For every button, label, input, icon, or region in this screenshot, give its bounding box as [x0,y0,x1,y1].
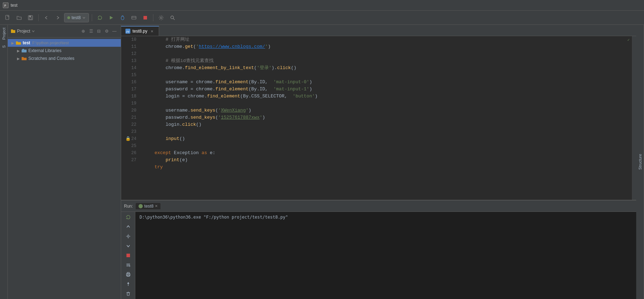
code-line-25 [141,142,627,150]
ext-libs-icon [21,49,27,53]
run-output: D:\python36\python36.exe "F:/python proj… [135,212,636,299]
title-bar: P test [0,0,644,11]
run-rerun-btn[interactable] [123,213,133,221]
code-line-17: password = chrome.find_element(By.ID, 'm… [141,86,627,93]
rerun-btn[interactable] [95,13,105,23]
line-num-27: 27 [121,157,141,164]
app-icon: P [3,2,9,8]
tab-close-btn[interactable]: ✕ [149,29,154,34]
run-sidebar [121,212,135,299]
sidebar-expand-btn[interactable]: ⊟ [95,28,102,35]
run-clear-btn[interactable] [123,289,133,298]
svg-rect-26 [127,275,129,276]
run-config[interactable]: test8 [64,13,89,22]
sidebar-title-label: Project [11,29,35,34]
svg-point-7 [121,16,124,20]
svg-rect-5 [29,18,32,19]
arrow-icon: ▶ [11,41,15,45]
run-up-btn[interactable] [123,223,133,231]
code-line-27: print(e) [141,157,627,164]
vertical-scrollbar[interactable] [632,36,636,200]
code-line-12 [141,50,627,57]
back-btn[interactable] [41,13,51,23]
line-num-24: 🔒24 [121,135,141,142]
folder-icon [16,41,21,45]
code-line-13: # 根据id查找元素查找 [141,57,627,64]
svg-rect-29 [127,293,129,295]
s-label[interactable]: S [2,43,6,51]
run-print-btn[interactable] [123,270,133,278]
sidebar-close-btn[interactable]: — [111,28,118,35]
sidebar-settings-btn[interactable]: ⚙ [103,28,110,35]
run-btn[interactable] [106,13,116,23]
run-config-indicator [67,16,70,19]
sidebar-header: Project ⊕ ☰ ⊟ ⚙ — [8,25,121,38]
tree-item-scratches[interactable]: ▶ Scratches and Consoles [8,55,121,62]
sidebar-collapse-btn[interactable]: ☰ [87,28,95,35]
line-num-26: 26 [121,150,141,157]
run-settings-btn[interactable] [123,232,133,241]
run-dump-btn[interactable] [123,261,133,269]
arrow-icon-ext: ▶ [16,49,21,53]
save-btn[interactable] [26,13,35,23]
open-btn[interactable] [14,13,24,23]
scratches-label: Scratches and Consoles [28,56,74,61]
tree-item-root[interactable]: ▶ test F:\python project\test [8,39,121,47]
code-line-28: try [141,164,627,171]
svg-line-15 [173,18,175,20]
main-area: Project S Project ⊕ ☰ ⊟ ⚙ — ▶ [0,25,644,299]
svg-rect-17 [22,49,24,50]
code-line-16: username = chrome.find_element(By.ID, 'm… [141,79,627,86]
svg-rect-12 [143,16,147,19]
code-line-23 [141,128,627,135]
tab-test8-py[interactable]: py test8.py ✕ [121,26,159,36]
run-pin-btn[interactable] [123,280,133,288]
line-num-18: 18 [121,93,141,100]
run-stop-btn[interactable] [123,252,133,260]
run-label: Run: [124,204,133,209]
code-editor: 10 11 12 13 14 15 16 17 18 19 20 21 22 2… [121,36,636,200]
left-panel-strip: Project S [0,25,8,299]
svg-rect-4 [29,16,31,17]
right-gutter: ✓ [627,36,632,200]
project-label[interactable]: Project [2,25,6,43]
line-num-14: 14 [121,64,141,72]
svg-point-19 [127,236,129,237]
line-num-16: 16 [121,79,141,86]
run-config-label: test8 [72,15,81,20]
line-num-22: 22 [121,121,141,128]
tab-label: test8.py [132,29,147,34]
line-num-11: 11 [121,43,141,50]
line-num-20: 20 [121,107,141,114]
run-command: D:\python36\python36.exe "F:/python proj… [140,215,288,220]
tree-item-ext-libs[interactable]: ▶ External Libraries [8,47,121,55]
new-file-btn[interactable] [3,13,13,23]
code-line-24: input() [141,135,627,142]
sidebar-tree: ▶ test F:\python project\test ▶ External… [8,38,121,299]
stop-btn[interactable] [140,13,150,23]
run-tab-icon [139,204,143,208]
svg-rect-25 [127,272,129,274]
run-down-btn[interactable] [123,242,133,250]
search-btn[interactable] [168,13,177,23]
settings-btn[interactable] [156,13,166,23]
debug-btn[interactable] [118,13,128,23]
svg-text:P: P [4,4,6,8]
sidebar-locate-btn[interactable]: ⊕ [80,28,87,35]
forward-btn[interactable] [53,13,63,23]
run-panel-header: Run: test8 ✕ [121,201,636,212]
gutter-check-icon: ✓ [627,38,632,42]
coverage-btn[interactable] [129,13,139,23]
run-tab[interactable]: test8 ✕ [136,203,160,209]
code-line-14: chrome.find_element_by_link_text('登录').c… [141,64,627,72]
code-line-22: login.click() [141,121,627,128]
svg-point-18 [139,205,142,208]
line-num-13: 13 [121,57,141,64]
line-num-15: 15 [121,72,141,79]
run-tab-close[interactable]: ✕ [155,204,158,208]
svg-point-13 [160,17,162,18]
code-content[interactable]: # 打开网址 chrome.get('https://www.cnblogs.c… [141,36,627,200]
structure-panel-label[interactable]: Structure [636,25,644,299]
run-tab-label: test8 [144,204,153,209]
tree-item-path: F:\python project\test [32,41,69,45]
